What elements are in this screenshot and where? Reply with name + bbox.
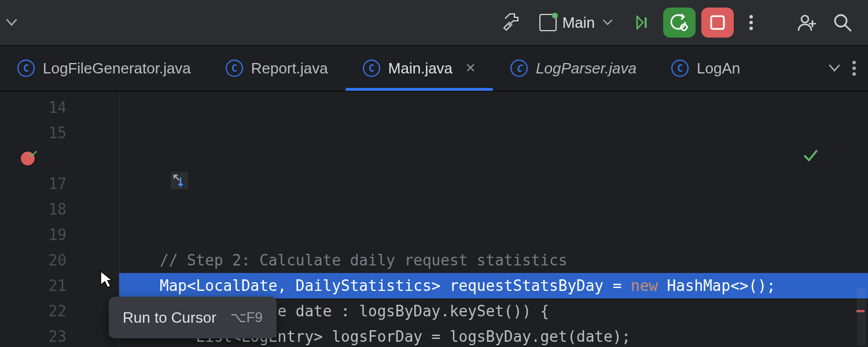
main-toolbar: Main: [0, 0, 868, 46]
editor-tabs: CLogFileGenerator.javaCReport.javaCMain.…: [0, 46, 868, 91]
build-button[interactable]: [496, 8, 527, 38]
svg-rect-2: [711, 16, 724, 29]
line-number[interactable]: 18: [0, 197, 84, 222]
toolbar-left-chevron[interactable]: [0, 0, 20, 45]
tab-label: LogAn: [697, 60, 740, 77]
svg-point-5: [749, 27, 753, 30]
run-config-icon: [539, 14, 557, 31]
class-file-icon: C: [363, 60, 380, 77]
tooltip-label: Run to Cursor: [123, 305, 216, 330]
tab-label: LogParser.java: [536, 60, 637, 77]
code-line[interactable]: [119, 222, 868, 248]
error-stripe-mark[interactable]: [856, 310, 865, 312]
line-number[interactable]: 23: [0, 324, 84, 347]
line-number[interactable]: [0, 146, 84, 171]
line-number[interactable]: 21: [0, 273, 84, 298]
run-to-cursor-tooltip: Run to Cursor ⌥F9: [109, 297, 277, 338]
editor-tab[interactable]: CLogFileGenerator.java: [0, 46, 208, 91]
search-everywhere-button[interactable]: [827, 8, 858, 38]
editor-tab[interactable]: CLogAn: [654, 46, 757, 91]
run-config-label: Main: [562, 14, 595, 32]
line-number[interactable]: 22: [0, 298, 84, 324]
run-button[interactable]: [627, 8, 657, 38]
tooltip-shortcut: ⌥F9: [230, 305, 263, 330]
svg-point-6: [801, 16, 808, 23]
run-to-cursor-gutter-icon[interactable]: [171, 172, 188, 189]
code-line[interactable]: // Step 2: Calculate daily request stati…: [119, 248, 868, 273]
chevron-down-icon: [603, 20, 612, 25]
breakpoint-icon[interactable]: [21, 152, 35, 165]
line-number[interactable]: 15: [0, 120, 84, 146]
tab-label: Report.java: [251, 60, 328, 77]
editor-tab[interactable]: CMain.java✕: [345, 46, 493, 91]
editor-tab[interactable]: CReport.java: [208, 46, 345, 91]
class-file-icon: C: [510, 60, 528, 77]
run-configuration-selector[interactable]: Main: [532, 8, 621, 38]
class-file-icon: C: [226, 60, 243, 77]
line-number[interactable]: 19: [0, 222, 84, 248]
code-line[interactable]: Map<LocalDate, DailyStatistics> requestS…: [119, 273, 868, 298]
chevron-down-icon[interactable]: [829, 64, 840, 72]
line-number[interactable]: 17: [0, 171, 84, 197]
stop-icon: [710, 15, 725, 30]
more-vertical-icon[interactable]: [852, 60, 856, 76]
code-with-me-button[interactable]: [792, 8, 822, 38]
svg-point-3: [749, 15, 753, 19]
debug-rerun-button[interactable]: [663, 8, 696, 38]
tab-label: LogFileGenerator.java: [43, 60, 191, 77]
add-user-icon: [797, 13, 816, 32]
svg-point-10: [852, 72, 856, 76]
more-actions-button[interactable]: [740, 8, 763, 38]
class-file-icon: C: [671, 60, 689, 77]
search-icon: [833, 13, 852, 32]
tab-actions: [829, 46, 868, 91]
line-number[interactable]: 20: [0, 248, 84, 273]
run-icon: [634, 14, 651, 31]
svg-point-4: [749, 21, 753, 24]
close-tab-icon[interactable]: ✕: [465, 61, 476, 76]
chevron-down-icon[interactable]: [3, 14, 20, 31]
tab-label: Main.java: [388, 60, 453, 77]
code-editor[interactable]: 141517181920212223 // Step 2: Calculate …: [0, 91, 868, 347]
inspection-ok-icon[interactable]: [803, 97, 858, 214]
svg-rect-0: [645, 17, 647, 28]
svg-point-8: [852, 61, 856, 64]
scrollbar[interactable]: [857, 288, 866, 346]
hammer-icon: [502, 13, 521, 32]
editor-tab[interactable]: CLogParser.java: [493, 46, 654, 91]
line-number-gutter[interactable]: 141517181920212223: [0, 91, 84, 347]
svg-point-9: [852, 67, 856, 70]
class-file-icon: C: [17, 60, 35, 77]
svg-point-7: [835, 15, 847, 27]
rerun-debug-icon: [670, 13, 689, 32]
line-number[interactable]: 14: [0, 95, 84, 120]
more-vertical-icon: [749, 14, 753, 31]
stop-button[interactable]: [701, 8, 734, 38]
